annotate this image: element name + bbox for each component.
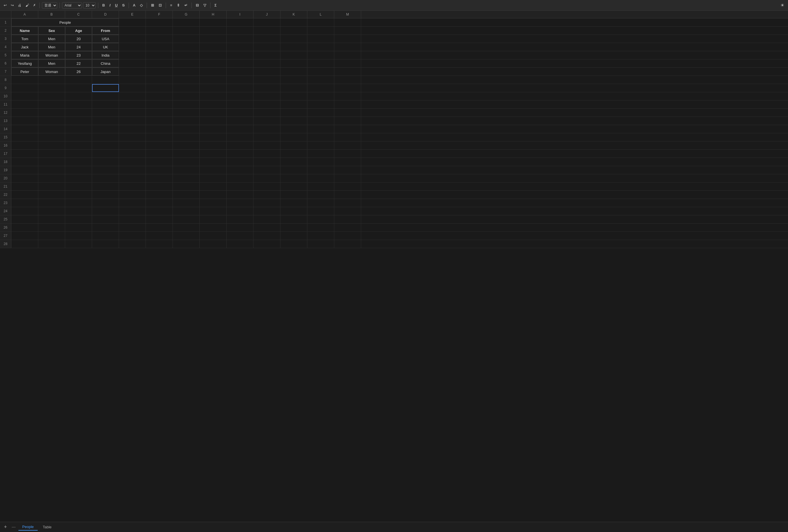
cell-23-b[interactable] xyxy=(38,199,65,207)
cell-25-m[interactable] xyxy=(334,216,361,223)
highlight-button[interactable]: ◇ xyxy=(138,2,144,8)
cell-13-a[interactable] xyxy=(11,117,38,125)
cell-9-a[interactable] xyxy=(11,84,38,92)
cell-23-i[interactable] xyxy=(226,199,254,207)
cell-13-f[interactable] xyxy=(146,117,173,125)
cell-3-k[interactable] xyxy=(280,35,307,43)
font-size-select[interactable]: 10 xyxy=(83,2,96,8)
cell-24-f[interactable] xyxy=(146,207,173,215)
cell-6-a[interactable]: Yesifang xyxy=(11,59,38,67)
cell-13-h[interactable] xyxy=(200,117,226,125)
cell-7-c[interactable]: 26 xyxy=(65,68,92,76)
cell-23-a[interactable] xyxy=(11,199,38,207)
style-select[interactable]: 普通 xyxy=(42,2,57,8)
cell-14-l[interactable] xyxy=(307,125,334,133)
cell-19-d[interactable] xyxy=(92,166,119,174)
cell-11-a[interactable] xyxy=(11,100,38,108)
cell-28-g[interactable] xyxy=(173,240,200,248)
cell-23-j[interactable] xyxy=(254,199,280,207)
row-num-10[interactable]: 10 xyxy=(0,92,11,100)
cell-25-h[interactable] xyxy=(200,216,226,223)
cell-22-h[interactable] xyxy=(200,191,226,199)
cell-10-d[interactable] xyxy=(92,92,119,100)
add-sheet-button[interactable]: + xyxy=(2,524,9,531)
cell-26-b[interactable] xyxy=(38,224,65,231)
cell-4-h[interactable] xyxy=(200,43,226,51)
cell-6-h[interactable] xyxy=(200,59,226,67)
cell-21-k[interactable] xyxy=(280,183,307,190)
row-num-5[interactable]: 5 xyxy=(0,51,11,59)
cell-6-m[interactable] xyxy=(334,59,361,67)
row-num-25[interactable]: 25 xyxy=(0,216,11,223)
cell-14-a[interactable] xyxy=(11,125,38,133)
cell-15-k[interactable] xyxy=(280,133,307,141)
row-num-21[interactable]: 21 xyxy=(0,183,11,190)
undo-button[interactable]: ↩ xyxy=(2,2,8,8)
cell-11-b[interactable] xyxy=(38,100,65,108)
cell-15-l[interactable] xyxy=(307,133,334,141)
cell-19-k[interactable] xyxy=(280,166,307,174)
cell-16-c[interactable] xyxy=(65,142,92,149)
cell-9-c[interactable] xyxy=(65,84,92,92)
cell-27-j[interactable] xyxy=(254,232,280,240)
cell-15-e[interactable] xyxy=(119,133,146,141)
col-header-l[interactable]: L xyxy=(307,11,334,18)
cell-22-m[interactable] xyxy=(334,191,361,199)
cell-15-d[interactable] xyxy=(92,133,119,141)
cell-26-e[interactable] xyxy=(119,224,146,231)
cell-3-i[interactable] xyxy=(226,35,254,43)
cell-11-i[interactable] xyxy=(226,100,254,108)
row-num-6[interactable]: 6 xyxy=(0,59,11,67)
col-header-m[interactable]: M xyxy=(334,11,361,18)
sum-button[interactable]: Σ xyxy=(213,2,218,8)
cell-22-b[interactable] xyxy=(38,191,65,199)
cell-17-h[interactable] xyxy=(200,150,226,158)
cell-8-m[interactable] xyxy=(334,76,361,84)
cell-27-d[interactable] xyxy=(92,232,119,240)
cell-18-k[interactable] xyxy=(280,158,307,166)
cell-13-e[interactable] xyxy=(119,117,146,125)
cell-6-c[interactable]: 22 xyxy=(65,59,92,67)
cell-18-i[interactable] xyxy=(226,158,254,166)
cell-5-k[interactable] xyxy=(280,51,307,59)
cell-16-l[interactable] xyxy=(307,142,334,149)
cell-7-h[interactable] xyxy=(200,68,226,76)
row-num-2[interactable]: 2 xyxy=(0,26,11,35)
cell-27-e[interactable] xyxy=(119,232,146,240)
cell-3-b[interactable]: Men xyxy=(38,35,65,43)
cell-3-a[interactable]: Tom xyxy=(11,35,38,43)
cell-19-j[interactable] xyxy=(254,166,280,174)
cell-22-i[interactable] xyxy=(226,191,254,199)
theme-button[interactable]: ☀ xyxy=(779,1,786,9)
cell-18-h[interactable] xyxy=(200,158,226,166)
cell-16-i[interactable] xyxy=(226,142,254,149)
cell-5-c[interactable]: 23 xyxy=(65,51,92,59)
cell-14-k[interactable] xyxy=(280,125,307,133)
print-button[interactable]: 🖨 xyxy=(16,2,23,8)
redo-button[interactable]: ↪ xyxy=(9,2,15,8)
cell-28-i[interactable] xyxy=(226,240,254,248)
cell-21-j[interactable] xyxy=(254,183,280,190)
cell-21-l[interactable] xyxy=(307,183,334,190)
cell-6-e[interactable] xyxy=(119,59,146,67)
cell-11-m[interactable] xyxy=(334,100,361,108)
cell-24-d[interactable] xyxy=(92,207,119,215)
cell-25-l[interactable] xyxy=(307,216,334,223)
cell-17-d[interactable] xyxy=(92,150,119,158)
cell-21-d[interactable] xyxy=(92,183,119,190)
cell-27-f[interactable] xyxy=(146,232,173,240)
cell-3-e[interactable] xyxy=(119,35,146,43)
cell-13-l[interactable] xyxy=(307,117,334,125)
cell-26-m[interactable] xyxy=(334,224,361,231)
cell-5-g[interactable] xyxy=(173,51,200,59)
cell-2-k[interactable] xyxy=(280,26,307,35)
cell-14-c[interactable] xyxy=(65,125,92,133)
borders-button[interactable]: ⊞ xyxy=(149,2,156,8)
grid-area[interactable]: 1 People 2 Name Sex Age From xyxy=(0,18,788,522)
row-num-14[interactable]: 14 xyxy=(0,125,11,133)
cell-27-g[interactable] xyxy=(173,232,200,240)
cell-13-d[interactable] xyxy=(92,117,119,125)
col-header-b[interactable]: B xyxy=(38,11,65,18)
cell-21-e[interactable] xyxy=(119,183,146,190)
cell-8-b[interactable] xyxy=(38,76,65,84)
